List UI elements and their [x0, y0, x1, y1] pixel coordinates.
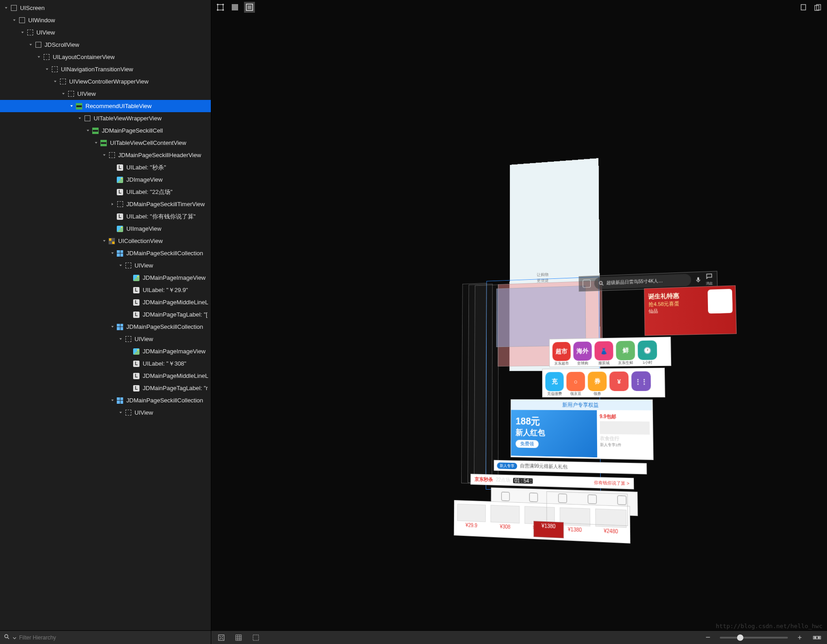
category-item[interactable]: 鲜京东生鲜 [616, 341, 635, 366]
disclosure-triangle-icon[interactable] [85, 129, 90, 133]
disclosure-triangle-icon[interactable] [69, 104, 74, 109]
disclosure-triangle-icon[interactable] [36, 55, 41, 59]
disclosure-triangle-icon[interactable] [20, 30, 25, 35]
category-item[interactable]: ⋮⋮ [631, 372, 651, 396]
seckill-tagline[interactable]: 你有钱你说了算 > [594, 479, 629, 487]
disclosure-triangle-icon[interactable] [118, 337, 123, 342]
tree-row[interactable]: UITableViewCellContentView [0, 137, 211, 149]
disclosure-triangle-icon[interactable] [53, 79, 57, 84]
disclosure-triangle-icon[interactable] [4, 6, 8, 10]
tree-row[interactable]: LJDMainPageTagLabel: "r [0, 382, 211, 394]
tree-row[interactable]: JDScrollView [0, 39, 211, 51]
disclosure-triangle-icon[interactable] [126, 312, 131, 317]
range-icon[interactable] [812, 632, 822, 643]
disclosure-triangle-icon[interactable] [126, 386, 131, 391]
chevron-down-icon[interactable] [13, 634, 16, 642]
tree-row[interactable]: JDMainPageImageView [0, 345, 211, 357]
wireframe-mode-icon[interactable] [244, 2, 255, 13]
tree-row[interactable]: JDMainPageSeckillCollection [0, 321, 211, 333]
tree-row[interactable]: UIViewControllerWrapperView [0, 75, 211, 88]
filter-input[interactable] [19, 634, 207, 641]
tree-row[interactable]: UIView [0, 406, 211, 419]
category-item[interactable]: 👗服装城 [594, 341, 613, 366]
tree-row[interactable]: UITableViewWrapperView [0, 112, 211, 124]
tree-row[interactable]: JDImageView [0, 173, 211, 186]
tree-row[interactable]: UIView [0, 88, 211, 100]
disclosure-triangle-icon[interactable] [61, 92, 65, 96]
seckill-item[interactable]: ¥308 [490, 505, 519, 530]
tree-row[interactable]: JDMainPageSeckillCollection [0, 247, 211, 259]
category-item[interactable]: 海外全球购 [573, 342, 592, 366]
tree-row[interactable]: UILayoutContainerView [0, 51, 211, 63]
disclosure-triangle-icon[interactable] [110, 325, 115, 329]
zoom-out-icon[interactable]: − [702, 632, 713, 643]
disclosure-triangle-icon[interactable] [45, 67, 49, 72]
disclosure-triangle-icon[interactable] [110, 178, 115, 182]
mic-icon[interactable] [695, 276, 702, 283]
content-mode-icon[interactable] [229, 2, 240, 13]
zoom-in-icon[interactable]: + [794, 632, 805, 643]
tree-row[interactable]: RecommendUITableView [0, 100, 211, 112]
scan-icon[interactable] [583, 279, 591, 288]
disclosure-triangle-icon[interactable] [110, 165, 115, 170]
disclosure-triangle-icon[interactable] [126, 300, 131, 305]
orient-3d-icon[interactable] [812, 2, 823, 13]
disclosure-triangle-icon[interactable] [126, 288, 131, 292]
tree-row[interactable]: UIView [0, 333, 211, 345]
disclosure-triangle-icon[interactable] [12, 18, 16, 23]
clip-mode-icon[interactable] [215, 2, 226, 13]
category-item[interactable]: 🕐1小时 [638, 340, 657, 365]
disclosure-triangle-icon[interactable] [118, 263, 123, 268]
message-icon[interactable] [705, 272, 713, 279]
tree-row[interactable]: LUILabel: "22点场" [0, 186, 211, 198]
disclosure-triangle-icon[interactable] [94, 141, 98, 145]
tree-row[interactable]: JDMainPageSeckillCell [0, 124, 211, 137]
disclosure-triangle-icon[interactable] [77, 116, 82, 121]
disclosure-triangle-icon[interactable] [102, 239, 106, 243]
disclosure-triangle-icon[interactable] [110, 227, 115, 231]
disclosure-triangle-icon[interactable] [126, 374, 131, 378]
disclosure-triangle-icon[interactable] [102, 153, 106, 158]
bounds-icon[interactable] [250, 632, 261, 643]
new-user-banner[interactable]: 新用户专享权益 188元 新人红包 免费领 9.9包邮 衣食住行 新人专享1件 [510, 399, 653, 460]
disclosure-triangle-icon[interactable] [110, 251, 115, 256]
tree-row[interactable]: UIView [0, 259, 211, 272]
tree-row[interactable]: JDMainPageSeckillTimerView [0, 198, 211, 210]
tree-row[interactable]: JDMainPageImageView [0, 272, 211, 284]
seckill-item[interactable]: ¥29.9 [457, 504, 485, 529]
disclosure-triangle-icon[interactable] [126, 349, 131, 354]
redpacket-button[interactable]: 免费领 [515, 440, 538, 448]
tree-row[interactable]: LJDMainPageMiddleLineL [0, 296, 211, 308]
tree-row[interactable]: LJDMainPageMiddleLineL [0, 370, 211, 382]
hierarchy-tree[interactable]: UIScreenUIWindowUIViewJDScrollViewUILayo… [0, 0, 211, 630]
grid-icon[interactable] [233, 632, 244, 643]
category-item[interactable]: ○领京豆 [566, 372, 585, 396]
3d-canvas[interactable]: 让购物更便捷 超级新品日雷鸟55寸4K人… 消息 [211, 15, 827, 630]
orient-2d-icon[interactable] [798, 2, 809, 13]
category-item[interactable]: ¥ [609, 372, 629, 396]
tree-row[interactable]: UIWindow [0, 14, 211, 26]
disclosure-triangle-icon[interactable] [110, 202, 115, 207]
actual-size-icon[interactable] [216, 632, 227, 643]
disclosure-triangle-icon[interactable] [28, 43, 33, 47]
category-item[interactable]: 券领券 [588, 372, 607, 396]
category-item[interactable]: 超市京东超市 [552, 342, 570, 366]
tree-row[interactable]: JDMainPageSeckillHeaderView [0, 149, 211, 161]
disclosure-triangle-icon[interactable] [126, 362, 131, 366]
category-item[interactable]: 充充值缴费 [545, 372, 564, 396]
zoom-slider[interactable] [720, 637, 788, 639]
tree-row[interactable]: LUILabel: "你有钱你说了算" [0, 210, 211, 223]
tree-row[interactable]: JDMainPageSeckillCollection [0, 394, 211, 406]
tree-row[interactable]: LUILabel: "￥29.9" [0, 284, 211, 296]
tree-row[interactable]: UICollectionView [0, 235, 211, 247]
disclosure-triangle-icon[interactable] [110, 190, 115, 194]
disclosure-triangle-icon[interactable] [126, 276, 131, 280]
tree-row[interactable]: LUILabel: "秒杀" [0, 161, 211, 173]
disclosure-triangle-icon[interactable] [110, 214, 115, 219]
disclosure-triangle-icon[interactable] [110, 398, 115, 403]
tree-row[interactable]: LJDMainPageTagLabel: "[ [0, 308, 211, 321]
promo-banner[interactable]: 诞生礼特惠 抢4.58元喜蛋 仙品 [644, 285, 737, 336]
tree-row[interactable]: UIView [0, 26, 211, 39]
disclosure-triangle-icon[interactable] [118, 411, 123, 415]
tree-row[interactable]: UIImageView [0, 223, 211, 235]
